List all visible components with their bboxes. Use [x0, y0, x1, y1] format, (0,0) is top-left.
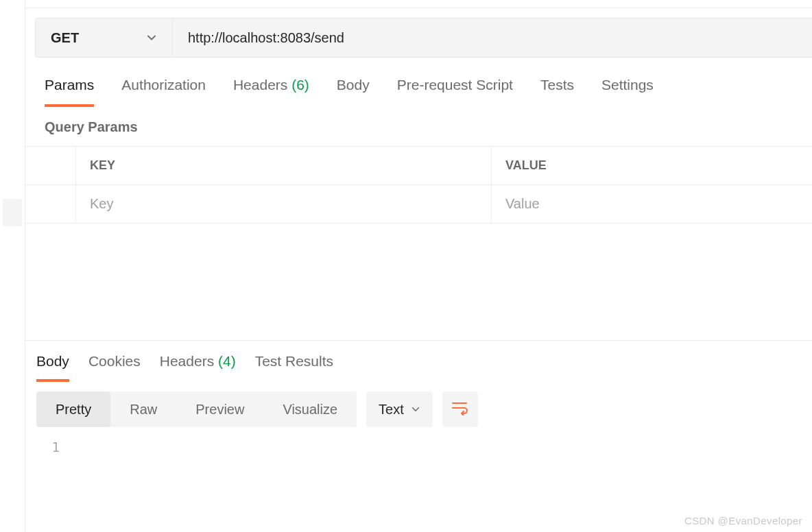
response-view-controls: Pretty Raw Preview Visualize Text: [25, 382, 812, 427]
param-value-input[interactable]: [505, 196, 812, 212]
wrap-icon: [451, 400, 469, 418]
header-value: VALUE: [492, 147, 812, 184]
query-params-table: KEY VALUE: [25, 146, 812, 223]
response-panel: Body Cookies Headers (4) Test Results Pr…: [25, 340, 812, 532]
tab-headers-label: Headers: [233, 77, 287, 93]
mode-pretty[interactable]: Pretty: [36, 391, 110, 427]
http-method-label: GET: [51, 30, 79, 46]
request-tabs: Params Authorization Headers (6) Body Pr…: [25, 58, 812, 107]
tab-params[interactable]: Params: [45, 77, 94, 107]
tab-headers[interactable]: Headers (6): [233, 77, 309, 107]
view-mode-group: Pretty Raw Preview Visualize: [36, 391, 357, 427]
table-header-row: KEY VALUE: [25, 147, 812, 185]
mode-visualize[interactable]: Visualize: [263, 391, 357, 427]
watermark-text: CSDN @EvanDeveloper: [684, 515, 802, 527]
line-number: 1: [39, 439, 67, 455]
resp-tab-cookies[interactable]: Cookies: [88, 353, 141, 382]
resp-tab-headers-label: Headers: [160, 353, 214, 369]
chevron-down-icon: [411, 404, 420, 414]
mode-preview[interactable]: Preview: [176, 391, 263, 427]
table-row: [25, 185, 812, 223]
response-tabs: Body Cookies Headers (4) Test Results: [25, 341, 812, 382]
response-body-area[interactable]: 1: [25, 427, 812, 455]
request-bar: GET: [35, 18, 812, 58]
resp-tab-body[interactable]: Body: [36, 353, 69, 382]
resp-tab-headers-count: (4): [218, 353, 236, 369]
query-params-title: Query Params: [25, 107, 812, 146]
header-checkbox-col: [25, 147, 76, 184]
tab-authorization[interactable]: Authorization: [121, 77, 206, 107]
header-key: KEY: [76, 147, 492, 184]
tab-tests[interactable]: Tests: [540, 77, 574, 107]
top-divider: [25, 0, 812, 8]
resp-tab-headers[interactable]: Headers (4): [160, 353, 236, 382]
tab-body[interactable]: Body: [337, 77, 370, 107]
mode-raw[interactable]: Raw: [110, 391, 176, 427]
param-key-input[interactable]: [90, 196, 491, 212]
wrap-lines-button[interactable]: [442, 391, 478, 427]
http-method-select[interactable]: GET: [36, 19, 173, 57]
request-url-input[interactable]: [173, 19, 812, 57]
tab-headers-count: (6): [291, 77, 309, 93]
tab-settings[interactable]: Settings: [601, 77, 654, 107]
response-format-select[interactable]: Text: [366, 391, 433, 427]
response-format-label: Text: [379, 402, 404, 418]
resp-tab-tests[interactable]: Test Results: [255, 353, 333, 382]
left-rail-marker: [3, 199, 22, 226]
chevron-down-icon: [146, 32, 157, 43]
tab-prerequest[interactable]: Pre-request Script: [397, 77, 513, 107]
row-checkbox[interactable]: [25, 185, 76, 223]
